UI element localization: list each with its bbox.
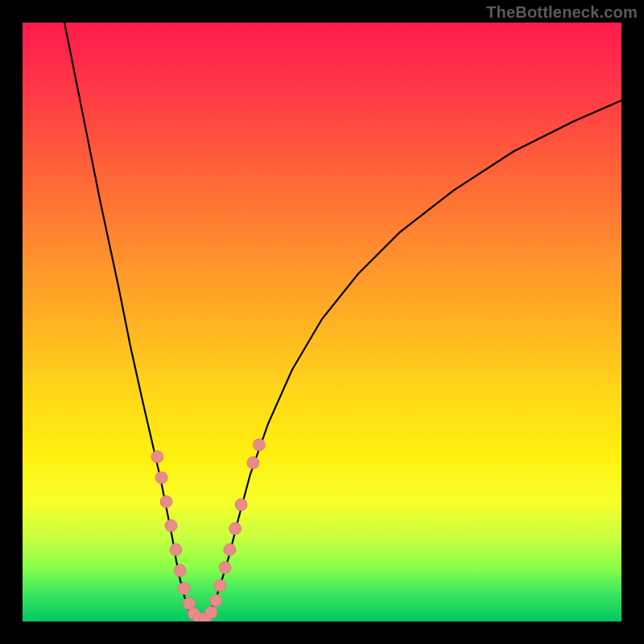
data-marker	[219, 562, 231, 574]
data-marker	[229, 522, 242, 535]
data-marker	[205, 606, 217, 618]
curve-right	[202, 101, 621, 621]
data-marker	[210, 594, 222, 606]
plot-area	[23, 23, 621, 621]
data-marker	[235, 498, 247, 510]
data-marker	[155, 472, 167, 484]
data-marker	[170, 543, 182, 555]
curve-left	[64, 23, 202, 621]
data-marker	[214, 580, 226, 592]
marker-group	[151, 439, 265, 621]
data-marker	[253, 439, 265, 451]
data-marker	[160, 496, 172, 508]
watermark-text: TheBottleneck.com	[486, 3, 638, 22]
chart-svg	[23, 23, 621, 621]
data-marker	[247, 456, 259, 469]
data-marker	[224, 543, 236, 555]
chart-frame: TheBottleneck.com	[0, 0, 644, 644]
data-marker	[174, 564, 186, 576]
data-marker	[178, 583, 190, 595]
data-marker	[165, 519, 177, 531]
data-marker	[151, 451, 163, 463]
